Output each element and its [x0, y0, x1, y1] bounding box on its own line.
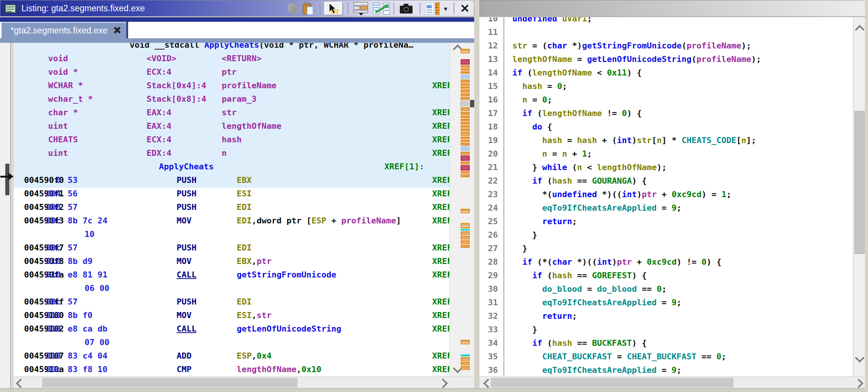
navigation-marker[interactable] — [461, 122, 470, 125]
navigation-marker[interactable] — [461, 240, 470, 244]
tab-gta2-segments-fixed-exe[interactable]: *gta2.segments.fixed.exe ✕ — [2, 22, 126, 38]
navigation-marker[interactable] — [461, 86, 470, 89]
navigation-marker[interactable] — [461, 49, 470, 53]
navigation-marker[interactable] — [461, 119, 470, 121]
navigation-marker[interactable] — [461, 174, 470, 177]
navigation-marker[interactable] — [461, 165, 470, 170]
decompile-line[interactable]: 21 } while (n < lengthOfName); — [479, 161, 853, 174]
navigation-marker[interactable] — [461, 143, 470, 146]
copy-button[interactable] — [286, 2, 301, 15]
paste-button[interactable] — [301, 2, 316, 15]
navigation-marker[interactable] — [461, 245, 470, 248]
window-splitter[interactable] — [474, 0, 479, 392]
decompile-line[interactable]: 12 str = (char *)getStringFromUnicode(pr… — [479, 39, 853, 53]
decompile-line[interactable]: 18 do { — [479, 120, 853, 134]
navigation-marker[interactable] — [461, 116, 470, 118]
decompile-hscroll-thumb[interactable] — [491, 378, 733, 387]
edit-fields-button[interactable] — [352, 2, 370, 15]
decompile-line[interactable]: 11 — [479, 26, 853, 39]
variable-row[interactable]: uintEDX:4nXREF — [14, 146, 449, 160]
navigation-marker[interactable] — [461, 97, 470, 100]
listing-marker-margin[interactable] — [449, 43, 474, 376]
margin-setup-button[interactable] — [424, 2, 441, 15]
snapshot-button[interactable] — [399, 2, 414, 15]
decompile-line[interactable]: 23 *(undefined *)((int)ptr + 0xc9cd) = 1… — [479, 188, 853, 201]
asm-row[interactable]: 004590f88b d9010MOVEBX,ptrXREF — [14, 255, 449, 268]
navigation-marker[interactable] — [461, 223, 470, 228]
cursor-tool-button[interactable] — [324, 2, 343, 15]
navigation-marker[interactable] — [461, 125, 470, 128]
navigation-marker[interactable] — [461, 209, 470, 213]
decompile-titlebar[interactable]: Cf Decompile: ApplyCheats - (gta2.segmen… — [479, 0, 868, 17]
decompile-line[interactable]: 26 } — [479, 228, 853, 242]
decompile-line[interactable]: 19 hash = hash + (int)str[n] * CHEATS_CO… — [479, 134, 853, 147]
navigation-marker[interactable] — [461, 366, 470, 370]
decompile-line[interactable]: 20 n = n + 1; — [479, 147, 853, 161]
function-signature[interactable]: void __stdcall ApplyCheats(void * ptr, W… — [14, 43, 449, 52]
decompile-line[interactable]: 24 eqTo9IfCheatsAreApplied = 9; — [479, 201, 853, 215]
asm-row[interactable]: 004590f156004PUSHESIXREF — [14, 187, 449, 201]
listing-hscrollbar[interactable] — [14, 376, 474, 388]
decompile-line[interactable]: 35 CHEAT_BUCKFAST = CHEAT_BUCKFAST == 0; — [479, 350, 853, 363]
navigation-marker[interactable] — [461, 161, 470, 164]
navigation-marker[interactable] — [461, 74, 470, 79]
decompile-line[interactable]: 32 return; — [479, 309, 853, 323]
navigation-marker[interactable] — [461, 340, 470, 344]
decompile-line[interactable]: 28 if (*(char *)((int)ptr + 0xc9cd) != 0… — [479, 255, 853, 269]
variable-row[interactable]: wchar_t *Stack[0x8]:4param_3 — [14, 92, 449, 106]
scroll-right-icon[interactable] — [854, 378, 863, 388]
decompile-line[interactable]: 16 n = 0; — [479, 93, 853, 107]
navigation-marker[interactable] — [461, 83, 470, 86]
decompile-line[interactable]: 10 undefined uVar1; — [479, 17, 853, 26]
decompile-vscrollbar[interactable] — [853, 17, 865, 376]
listing-titlebar[interactable]: Listing: gta2.segments.fixed.exe ▼ — [0, 0, 474, 17]
asm-row[interactable]: 004590f38b 7c 2400cMOVEDI,dword ptr [ESP… — [14, 214, 449, 228]
decompile-line[interactable]: 15 hash = 0; — [479, 80, 853, 93]
asm-row[interactable]: 004590f257008PUSHEDIXREF — [14, 201, 449, 214]
asm-row[interactable]: 0045910783 c4 04010ADDESP,0x4XREF — [14, 349, 449, 363]
navigation-marker[interactable] — [461, 362, 470, 365]
function-label-row[interactable]: ApplyCheatsXREF[1]: — [14, 160, 449, 173]
decompile-line[interactable]: 33 } — [479, 323, 853, 336]
decompile-line[interactable]: 36 eqTo9IfCheatsAreApplied = 9; — [479, 363, 853, 376]
decompile-line[interactable]: 22 if (hash == GOURANGA) { — [479, 174, 853, 188]
navigation-marker[interactable] — [461, 146, 470, 151]
navigation-marker[interactable] — [461, 231, 470, 235]
decompile-line[interactable]: 14 if (lengthOfName < 0x11) { — [479, 66, 853, 80]
decompile-line[interactable]: 13 lengthOfName = getLenOfUnicodeString(… — [479, 53, 853, 66]
variable-row[interactable]: void<VOID><RETURN> — [14, 52, 449, 65]
navigation-marker[interactable] — [461, 107, 470, 111]
scroll-right-icon[interactable] — [438, 378, 448, 388]
listing-hscroll-thumb[interactable] — [42, 378, 298, 387]
asm-row[interactable]: 00459102e8 ca db010CALLgetLenOfUnicodeSt… — [14, 322, 449, 336]
asm-row[interactable]: 004590f75700cPUSHEDIXREF — [14, 241, 449, 255]
navigation-marker[interactable] — [461, 236, 470, 240]
decompile-line[interactable]: 25 return; — [479, 215, 853, 228]
decompile-code-view[interactable]: 10 undefined uVar1;1112 str = (char *)ge… — [479, 17, 853, 376]
listing-code-view[interactable]: void __stdcall ApplyCheats(void * ptr, W… — [14, 43, 449, 376]
navigation-marker[interactable] — [461, 59, 470, 65]
decompile-line[interactable]: 31 eqTo9IfCheatsAreApplied = 9; — [479, 296, 853, 309]
navigation-marker[interactable] — [461, 140, 470, 142]
listing-vscroll-thumb[interactable] — [460, 101, 470, 107]
asm-row[interactable]: 07 00 — [14, 336, 449, 349]
asm-row[interactable]: 004590ff5700cPUSHEDIXREF — [14, 295, 449, 309]
scroll-left-icon[interactable] — [16, 378, 25, 388]
decompile-hscrollbar[interactable] — [479, 376, 865, 388]
navigation-marker[interactable] — [461, 354, 470, 356]
variable-row[interactable]: WCHAR *Stack[0x4]:4profileNameXREF — [14, 79, 449, 92]
tab-close-icon[interactable]: ✕ — [113, 25, 121, 36]
asm-row[interactable]: 06 00 — [14, 282, 449, 295]
asm-row[interactable]: 004591008b f0010MOVESI,strXREF — [14, 309, 449, 322]
variable-row[interactable]: char *EAX:4strXREF — [14, 106, 449, 119]
navigation-marker[interactable] — [461, 229, 470, 231]
navigation-marker[interactable] — [461, 80, 470, 83]
decompile-line[interactable]: 27 } — [479, 242, 853, 255]
decompile-line[interactable]: 30 do_blood = do_blood == 0; — [479, 282, 853, 296]
navigation-marker[interactable] — [461, 89, 470, 92]
navigation-marker[interactable] — [461, 71, 470, 74]
navigation-marker[interactable] — [461, 112, 470, 115]
navigation-marker[interactable] — [461, 357, 470, 361]
navigation-marker[interactable] — [461, 65, 470, 68]
navigation-marker[interactable] — [461, 93, 470, 96]
